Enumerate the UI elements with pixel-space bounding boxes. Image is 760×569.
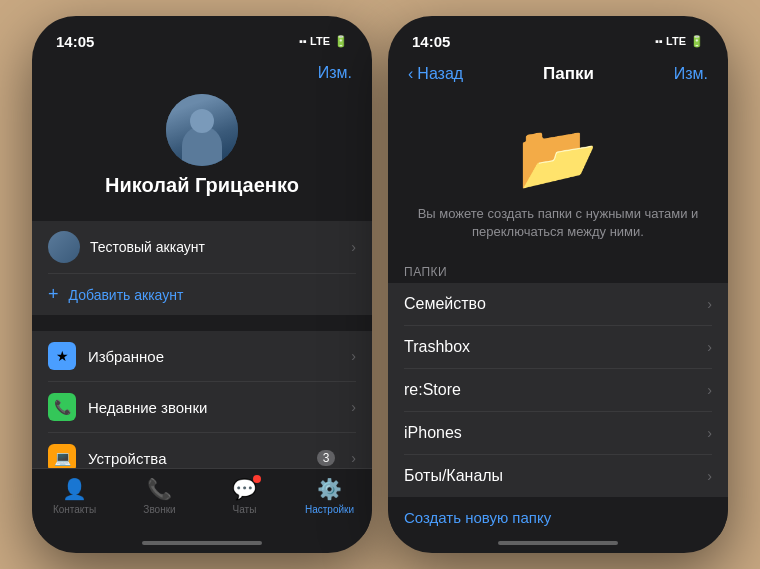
- settings-nav-icon: ⚙️: [317, 477, 342, 501]
- folder-hero: 📂 Вы можете создать папки с нужными чата…: [388, 100, 728, 257]
- bottom-nav: 👤 Контакты 📞 Звонки 💬 Чаты ⚙️ Настройки: [32, 468, 372, 535]
- folder-name-iphones: iPhones: [404, 424, 699, 442]
- settings-nav-label: Настройки: [305, 504, 354, 515]
- create-folder-button[interactable]: Создать новую папку: [388, 497, 728, 535]
- account-row[interactable]: Тестовый аккаунт ›: [48, 221, 356, 274]
- folder-row-bots[interactable]: Боты/Каналы ›: [404, 455, 712, 497]
- menu-section: ★ Избранное › 📞 Недавние звонки › 💻 Устр…: [32, 331, 372, 468]
- right-battery-icon: 🔋: [690, 35, 704, 48]
- folder-name-trashbox: Trashbox: [404, 338, 699, 356]
- folder-name-bots: Боты/Каналы: [404, 467, 699, 485]
- favorites-label: Избранное: [88, 348, 339, 365]
- account-chevron-icon: ›: [351, 239, 356, 255]
- account-section: Тестовый аккаунт › + Добавить аккаунт: [32, 221, 372, 315]
- calls-row[interactable]: 📞 Недавние звонки ›: [48, 382, 356, 433]
- folder-hero-desc: Вы можете создать папки с нужными чатами…: [408, 205, 708, 241]
- chats-badge-container: 💬: [232, 477, 257, 501]
- devices-label: Устройства: [88, 450, 305, 467]
- folder-chevron-restore-icon: ›: [707, 382, 712, 398]
- folder-row-restore[interactable]: re:Store ›: [404, 369, 712, 412]
- folder-chevron-bots-icon: ›: [707, 468, 712, 484]
- left-status-icons: ▪▪ LTE 🔋: [299, 35, 348, 48]
- left-phone: 14:05 ▪▪ LTE 🔋 Изм. Николай Грицаенко: [32, 16, 372, 553]
- folder-chevron-trashbox-icon: ›: [707, 339, 712, 355]
- devices-icon: 💻: [48, 444, 76, 468]
- battery-icon: 🔋: [334, 35, 348, 48]
- folder-chevron-semeystvo-icon: ›: [707, 296, 712, 312]
- calls-nav-icon: 📞: [147, 477, 172, 501]
- right-home-indicator: [498, 541, 618, 545]
- username: Николай Грицаенко: [105, 174, 299, 197]
- avatar-image: [166, 94, 238, 166]
- left-header: Изм. Николай Грицаенко: [32, 60, 372, 221]
- nav-chats[interactable]: 💬 Чаты: [202, 477, 287, 515]
- account-name: Тестовый аккаунт: [90, 239, 341, 255]
- avatar: [166, 94, 238, 166]
- left-time: 14:05: [56, 33, 94, 50]
- folder-row-semeystvo[interactable]: Семейство ›: [404, 283, 712, 326]
- right-time: 14:05: [412, 33, 450, 50]
- folders-list: Семейство › Trashbox › re:Store › iPhone…: [388, 283, 728, 497]
- favorites-icon: ★: [48, 342, 76, 370]
- contacts-nav-icon: 👤: [62, 477, 87, 501]
- folder-hero-icon: 📂: [518, 120, 598, 195]
- chats-nav-label: Чаты: [233, 504, 257, 515]
- left-home-indicator: [142, 541, 262, 545]
- contacts-nav-label: Контакты: [53, 504, 96, 515]
- add-account-row[interactable]: + Добавить аккаунт: [48, 274, 356, 315]
- right-phone: 14:05 ▪▪ LTE 🔋 ‹ Назад Папки Изм. 📂: [388, 16, 728, 553]
- calls-chevron-icon: ›: [351, 399, 356, 415]
- calls-icon: 📞: [48, 393, 76, 421]
- right-status-icons: ▪▪ LTE 🔋: [655, 35, 704, 48]
- devices-row[interactable]: 💻 Устройства 3 ›: [48, 433, 356, 468]
- right-status-bar: 14:05 ▪▪ LTE 🔋: [388, 16, 728, 60]
- folder-row-iphones[interactable]: iPhones ›: [404, 412, 712, 455]
- avatar-section: Николай Грицаенко: [52, 86, 352, 209]
- right-header: ‹ Назад Папки Изм.: [388, 60, 728, 100]
- back-button[interactable]: ‹ Назад: [408, 65, 463, 83]
- devices-chevron-icon: ›: [351, 450, 356, 466]
- favorites-row[interactable]: ★ Избранное ›: [48, 331, 356, 382]
- plus-icon: +: [48, 284, 59, 305]
- right-content: 📂 Вы можете создать папки с нужными чата…: [388, 100, 728, 535]
- left-status-bar: 14:05 ▪▪ LTE 🔋: [32, 16, 372, 60]
- calls-nav-label: Звонки: [143, 504, 175, 515]
- left-content: Тестовый аккаунт › + Добавить аккаунт ★ …: [32, 221, 372, 468]
- folder-name-restore: re:Store: [404, 381, 699, 399]
- nav-contacts[interactable]: 👤 Контакты: [32, 477, 117, 515]
- favorites-chevron-icon: ›: [351, 348, 356, 364]
- network-icon: ▪▪ LTE: [299, 35, 330, 47]
- account-avatar: [48, 231, 80, 263]
- nav-bar: ‹ Назад Папки Изм.: [408, 60, 708, 92]
- folder-name-semeystvo: Семейство: [404, 295, 699, 313]
- nav-settings[interactable]: ⚙️ Настройки: [287, 477, 372, 515]
- folder-row-trashbox[interactable]: Trashbox ›: [404, 326, 712, 369]
- right-network-icon: ▪▪ LTE: [655, 35, 686, 47]
- folder-chevron-iphones-icon: ›: [707, 425, 712, 441]
- add-account-label: Добавить аккаунт: [69, 287, 184, 303]
- devices-badge: 3: [317, 450, 336, 466]
- chats-notification-dot: [253, 475, 261, 483]
- page-title: Папки: [543, 64, 594, 84]
- calls-label: Недавние звонки: [88, 399, 339, 416]
- back-label: Назад: [417, 65, 463, 83]
- nav-calls[interactable]: 📞 Звонки: [117, 477, 202, 515]
- back-chevron-icon: ‹: [408, 65, 413, 83]
- folders-section-header: ПАПКИ: [388, 257, 728, 283]
- right-edit-button[interactable]: Изм.: [674, 65, 708, 83]
- edit-button[interactable]: Изм.: [52, 64, 352, 86]
